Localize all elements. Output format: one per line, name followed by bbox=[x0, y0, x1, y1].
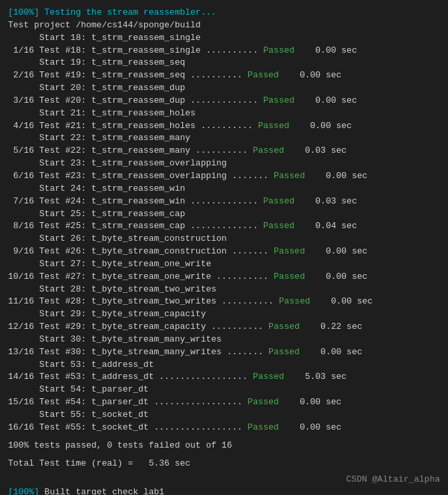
terminal-output: [100%] Testing the stream reassembler...… bbox=[8, 7, 440, 495]
start-line: Start 19: t_strm_reassem_seq bbox=[8, 57, 440, 69]
start-line: Start 53: t_address_dt bbox=[8, 359, 440, 372]
test-time: 0.00 sec bbox=[294, 45, 357, 57]
test-num: 11/16 Test #28: t_byte_stream_two_writes… bbox=[8, 296, 279, 308]
test-status: Passed bbox=[258, 120, 289, 133]
percent-label: [100%] bbox=[8, 7, 39, 19]
test-num: 9/16 Test #26: t_byte_stream_constructio… bbox=[8, 245, 274, 258]
start-line: Start 23: t_strm_reassem_overlapping bbox=[8, 157, 440, 170]
test-time: 0.00 sec bbox=[305, 245, 368, 258]
test-num: 10/16 Test #27: t_byte_stream_one_write … bbox=[8, 271, 274, 284]
test-status: Passed bbox=[263, 45, 294, 57]
footer-text: Built target check_lab1 bbox=[39, 486, 164, 495]
test-num: 3/16 Test #20: t_strm_reassem_dup ......… bbox=[8, 95, 263, 107]
test-line: 2/16 Test #19: t_strm_reassem_seq ......… bbox=[8, 69, 440, 82]
test-status: Passed bbox=[263, 195, 294, 208]
start-line: Start 24: t_strm_reassem_win bbox=[8, 183, 440, 195]
test-status: Passed bbox=[253, 145, 284, 157]
test-status: Passed bbox=[274, 170, 305, 183]
header-text: Testing the stream reassembler... bbox=[39, 7, 216, 19]
watermark-text: CSDN @Altair_alpha bbox=[347, 474, 440, 486]
test-time: 0.00 sec bbox=[279, 69, 342, 82]
test-status: Passed bbox=[268, 346, 300, 359]
test-line: 3/16 Test #20: t_strm_reassem_dup ......… bbox=[8, 95, 440, 107]
test-status: Passed bbox=[279, 296, 310, 308]
test-line: 9/16 Test #26: t_byte_stream_constructio… bbox=[8, 245, 440, 258]
test-line: 6/16 Test #23: t_strm_reassem_overlappin… bbox=[8, 170, 440, 183]
test-time: 0.00 sec bbox=[305, 170, 368, 183]
test-status: Passed bbox=[248, 422, 279, 434]
start-line: Start 27: t_byte_stream_one_write bbox=[8, 258, 440, 271]
test-line: 8/16 Test #25: t_strm_reassem_cap ......… bbox=[8, 220, 440, 233]
total-time-value: 5.36 sec bbox=[133, 458, 190, 470]
test-num: 13/16 Test #30: t_byte_stream_many_write… bbox=[8, 346, 268, 359]
test-time: 0.00 sec bbox=[305, 271, 368, 284]
test-status: Passed bbox=[253, 371, 284, 384]
test-status: Passed bbox=[263, 220, 294, 233]
project-line: Test project /home/cs144/sponge/build bbox=[8, 19, 440, 32]
test-time: 0.00 sec bbox=[279, 396, 342, 409]
start-line: Start 18: t_strm_reassem_single bbox=[8, 32, 440, 45]
test-time: 0.00 sec bbox=[300, 346, 363, 359]
test-num: 16/16 Test #55: t_socket_dt ............… bbox=[8, 422, 248, 434]
test-status: Passed bbox=[248, 396, 279, 409]
test-num: 8/16 Test #25: t_strm_reassem_cap ......… bbox=[8, 220, 263, 233]
test-status: Passed bbox=[274, 245, 305, 258]
test-rows: Start 18: t_strm_reassem_single 1/16 Tes… bbox=[8, 32, 440, 434]
test-time: 0.22 sec bbox=[300, 321, 363, 334]
test-line: 12/16 Test #29: t_byte_stream_capacity .… bbox=[8, 321, 440, 334]
footer-percent: [100%] bbox=[8, 486, 39, 495]
test-time: 0.00 sec bbox=[294, 95, 357, 107]
test-status: Passed bbox=[248, 69, 279, 82]
test-line: 10/16 Test #27: t_byte_stream_one_write … bbox=[8, 271, 440, 284]
test-time: 0.03 sec bbox=[284, 145, 347, 157]
test-num: 15/16 Test #54: t_parser_dt ............… bbox=[8, 396, 248, 409]
start-line: Start 25: t_strm_reassem_cap bbox=[8, 208, 440, 221]
test-num: 12/16 Test #29: t_byte_stream_capacity .… bbox=[8, 321, 268, 334]
test-line: 16/16 Test #55: t_socket_dt ............… bbox=[8, 422, 440, 434]
test-line: 13/16 Test #30: t_byte_stream_many_write… bbox=[8, 346, 440, 359]
total-time-label: Total Test time (real) = bbox=[8, 458, 133, 470]
test-num: 4/16 Test #21: t_strm_reassem_holes ....… bbox=[8, 120, 258, 133]
test-line: 7/16 Test #24: t_strm_reassem_win ......… bbox=[8, 195, 440, 208]
start-line: Start 54: t_parser_dt bbox=[8, 384, 440, 396]
start-line: Start 30: t_byte_stream_many_writes bbox=[8, 334, 440, 346]
test-num: 5/16 Test #22: t_strm_reassem_many .....… bbox=[8, 145, 253, 157]
start-line: Start 26: t_byte_stream_construction bbox=[8, 233, 440, 245]
test-time: 0.00 sec bbox=[289, 120, 352, 133]
start-line: Start 29: t_byte_stream_capacity bbox=[8, 308, 440, 321]
footer-line: [100%] Built target check_lab1 bbox=[8, 486, 440, 495]
test-status: Passed bbox=[268, 321, 300, 334]
test-status: Passed bbox=[263, 95, 294, 107]
start-line: Start 21: t_strm_reassem_holes bbox=[8, 107, 440, 120]
test-num: 6/16 Test #23: t_strm_reassem_overlappin… bbox=[8, 170, 274, 183]
watermark-line: CSDN @Altair_alpha bbox=[8, 472, 440, 486]
start-line: Start 28: t_byte_stream_two_writes bbox=[8, 284, 440, 296]
start-line: Start 20: t_strm_reassem_dup bbox=[8, 82, 440, 95]
test-time: 0.04 sec bbox=[294, 220, 357, 233]
test-line: 11/16 Test #28: t_byte_stream_two_writes… bbox=[8, 296, 440, 308]
test-time: 0.03 sec bbox=[294, 195, 357, 208]
test-num: 1/16 Test #18: t_strm_reassem_single ...… bbox=[8, 45, 263, 57]
test-line: 5/16 Test #22: t_strm_reassem_many .....… bbox=[8, 145, 440, 157]
test-time: 5.03 sec bbox=[284, 371, 347, 384]
test-status: Passed bbox=[274, 271, 305, 284]
total-time-line: Total Test time (real) = 5.36 sec bbox=[8, 458, 440, 470]
project-text: Test project /home/cs144/sponge/build bbox=[8, 19, 201, 32]
start-line: Start 55: t_socket_dt bbox=[8, 409, 440, 422]
summary-text: 100% tests passed, 0 tests failed out of… bbox=[8, 440, 232, 452]
test-num: 2/16 Test #19: t_strm_reassem_seq ......… bbox=[8, 69, 248, 82]
header-line: [100%] Testing the stream reassembler... bbox=[8, 7, 440, 19]
test-num: 7/16 Test #24: t_strm_reassem_win ......… bbox=[8, 195, 263, 208]
start-line: Start 22: t_strm_reassem_many bbox=[8, 132, 440, 145]
summary-line: 100% tests passed, 0 tests failed out of… bbox=[8, 440, 440, 452]
test-line: 1/16 Test #18: t_strm_reassem_single ...… bbox=[8, 45, 440, 57]
test-time: 0.00 sec bbox=[279, 422, 342, 434]
test-line: 14/16 Test #53: t_address_dt ...........… bbox=[8, 371, 440, 384]
test-num: 14/16 Test #53: t_address_dt ...........… bbox=[8, 371, 253, 384]
test-line: 4/16 Test #21: t_strm_reassem_holes ....… bbox=[8, 120, 440, 133]
test-time: 0.00 sec bbox=[310, 296, 373, 308]
test-line: 15/16 Test #54: t_parser_dt ............… bbox=[8, 396, 440, 409]
